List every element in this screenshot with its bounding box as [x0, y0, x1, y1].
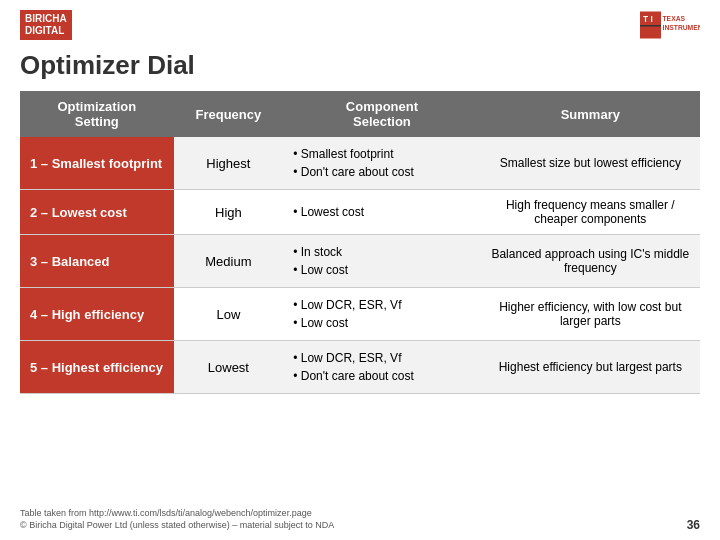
- ti-logo: T I TEXAS INSTRUMENTS: [640, 10, 700, 40]
- component-item: Low cost: [293, 261, 470, 279]
- component-item: Don't care about cost: [293, 163, 470, 181]
- cell-component-3: In stockLow cost: [283, 235, 480, 288]
- component-item: Low DCR, ESR, Vf: [293, 349, 470, 367]
- ti-logo-svg: T I TEXAS INSTRUMENTS: [640, 10, 700, 40]
- footer: Table taken from http://www.ti.com/lsds/…: [20, 507, 700, 532]
- component-item: Lowest cost: [293, 203, 470, 221]
- cell-summary-2: High frequency means smaller / cheaper c…: [481, 190, 700, 235]
- component-item: In stock: [293, 243, 470, 261]
- table-row: 5 – Highest efficiencyLowestLow DCR, ESR…: [20, 341, 700, 394]
- cell-frequency-2: High: [174, 190, 284, 235]
- table-row: 3 – BalancedMediumIn stockLow costBalanc…: [20, 235, 700, 288]
- component-item: Don't care about cost: [293, 367, 470, 385]
- cell-setting-3: 3 – Balanced: [20, 235, 174, 288]
- cell-summary-1: Smallest size but lowest efficiency: [481, 137, 700, 190]
- optimizer-table: OptimizationSetting Frequency ComponentS…: [20, 91, 700, 394]
- cell-component-5: Low DCR, ESR, VfDon't care about cost: [283, 341, 480, 394]
- col-header-frequency: Frequency: [174, 91, 284, 137]
- footer-text: Table taken from http://www.ti.com/lsds/…: [20, 507, 334, 532]
- cell-component-2: Lowest cost: [283, 190, 480, 235]
- table-row: 4 – High efficiencyLowLow DCR, ESR, VfLo…: [20, 288, 700, 341]
- svg-rect-3: [640, 25, 661, 27]
- footer-line2: © Biricha Digital Power Ltd (unless stat…: [20, 519, 334, 532]
- cell-setting-2: 2 – Lowest cost: [20, 190, 174, 235]
- cell-setting-5: 5 – Highest efficiency: [20, 341, 174, 394]
- page-title: Optimizer Dial: [0, 46, 720, 91]
- cell-summary-3: Balanced approach using IC's middle freq…: [481, 235, 700, 288]
- svg-text:I: I: [651, 15, 653, 24]
- svg-text:TEXAS: TEXAS: [663, 15, 686, 22]
- page-number: 36: [687, 518, 700, 532]
- cell-summary-5: Highest efficiency but largest parts: [481, 341, 700, 394]
- cell-frequency-1: Highest: [174, 137, 284, 190]
- biricha-logo: BIRICHA DIGITAL: [20, 10, 72, 40]
- table-row: 1 – Smallest footprintHighestSmallest fo…: [20, 137, 700, 190]
- cell-component-1: Smallest footprintDon't care about cost: [283, 137, 480, 190]
- footer-line1: Table taken from http://www.ti.com/lsds/…: [20, 507, 334, 520]
- col-header-summary: Summary: [481, 91, 700, 137]
- cell-frequency-4: Low: [174, 288, 284, 341]
- svg-text:T: T: [643, 15, 648, 24]
- optimizer-table-wrapper: OptimizationSetting Frequency ComponentS…: [0, 91, 720, 394]
- component-item: Low cost: [293, 314, 470, 332]
- table-header-row: OptimizationSetting Frequency ComponentS…: [20, 91, 700, 137]
- component-item: Low DCR, ESR, Vf: [293, 296, 470, 314]
- cell-frequency-3: Medium: [174, 235, 284, 288]
- component-item: Smallest footprint: [293, 145, 470, 163]
- cell-component-4: Low DCR, ESR, VfLow cost: [283, 288, 480, 341]
- cell-summary-4: Higher efficiency, with low cost but lar…: [481, 288, 700, 341]
- svg-text:INSTRUMENTS: INSTRUMENTS: [663, 24, 701, 31]
- col-header-setting: OptimizationSetting: [20, 91, 174, 137]
- cell-setting-4: 4 – High efficiency: [20, 288, 174, 341]
- cell-setting-1: 1 – Smallest footprint: [20, 137, 174, 190]
- col-header-component: ComponentSelection: [283, 91, 480, 137]
- biricha-logo-box: BIRICHA DIGITAL: [20, 10, 72, 40]
- cell-frequency-5: Lowest: [174, 341, 284, 394]
- table-row: 2 – Lowest costHighLowest costHigh frequ…: [20, 190, 700, 235]
- header: BIRICHA DIGITAL T I TEXAS INSTRUMENTS: [0, 0, 720, 46]
